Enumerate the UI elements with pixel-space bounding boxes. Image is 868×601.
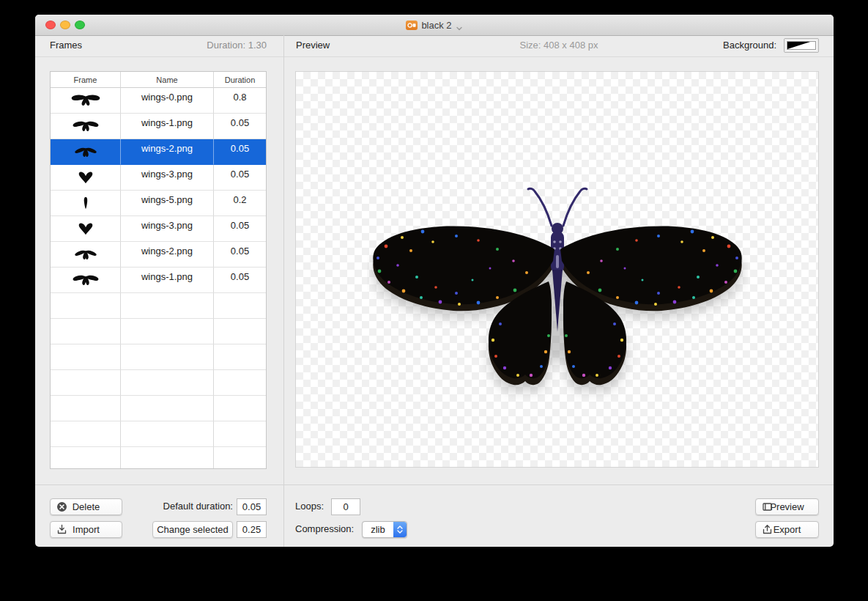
frame-name: wings-1.png bbox=[121, 268, 214, 293]
frame-name: wings-2.png bbox=[121, 139, 214, 165]
default-duration-input[interactable] bbox=[237, 498, 267, 515]
frame-thumbnail-cell bbox=[51, 165, 121, 191]
table-row[interactable]: wings-3.png 0.05 bbox=[51, 216, 266, 242]
butterfly-thumbnail-icon bbox=[68, 168, 103, 187]
stepper-chevrons-icon bbox=[393, 522, 407, 537]
frame-duration: 0.05 bbox=[214, 216, 266, 242]
butterfly-thumbnail-icon bbox=[68, 142, 103, 161]
panel-divider bbox=[283, 35, 284, 547]
preview-canvas bbox=[295, 71, 819, 468]
frame-duration: 0.05 bbox=[214, 242, 266, 268]
delete-label: Delete bbox=[73, 501, 100, 512]
footer-bar: Delete Import Default duration: Change s… bbox=[35, 484, 834, 547]
frame-thumbnail-cell bbox=[51, 114, 121, 139]
compression-value: zlib bbox=[363, 522, 393, 537]
desktop: { "window": { "title": "black 2" }, "fra… bbox=[0, 0, 868, 601]
butterfly-preview-image bbox=[367, 180, 748, 415]
butterfly-thumbnail-icon bbox=[68, 219, 103, 238]
frame-name: wings-3.png bbox=[121, 165, 214, 191]
export-button-label: Export bbox=[774, 524, 801, 535]
window-title: black 2 bbox=[421, 20, 451, 31]
delete-x-circle-icon bbox=[56, 501, 67, 512]
frames-table: Frame Name Duration wings-0.png 0.8 wing… bbox=[50, 71, 267, 469]
preview-button[interactable]: Preview bbox=[755, 498, 819, 515]
frame-duration: 0.05 bbox=[214, 139, 266, 165]
table-row[interactable]: wings-3.png 0.05 bbox=[51, 165, 266, 191]
butterfly-thumbnail-icon bbox=[68, 270, 103, 290]
total-duration-label: Duration: 1.30 bbox=[207, 40, 267, 51]
frame-thumbnail-cell bbox=[51, 268, 121, 293]
compression-select[interactable]: zlib bbox=[362, 521, 407, 538]
import-button[interactable]: Import bbox=[50, 521, 122, 538]
butterfly-thumbnail-icon bbox=[68, 245, 103, 264]
frame-duration: 0.2 bbox=[214, 191, 266, 216]
empty-table-row[interactable] bbox=[51, 447, 266, 469]
frame-thumbnail-cell bbox=[51, 242, 121, 268]
table-row[interactable]: wings-2.png 0.05 bbox=[51, 139, 266, 165]
background-swatch[interactable] bbox=[784, 38, 819, 53]
empty-table-row[interactable] bbox=[51, 396, 266, 421]
butterfly-thumbnail-icon bbox=[68, 117, 103, 136]
import-label: Import bbox=[73, 524, 100, 535]
frame-duration: 0.05 bbox=[214, 268, 266, 293]
change-selected-button[interactable]: Change selected bbox=[152, 521, 233, 538]
frames-title: Frames bbox=[50, 40, 82, 51]
empty-table-row[interactable] bbox=[51, 319, 266, 344]
empty-table-row[interactable] bbox=[51, 344, 266, 370]
import-icon bbox=[56, 524, 67, 535]
table-row[interactable]: wings-0.png 0.8 bbox=[51, 88, 266, 114]
frame-thumbnail-cell bbox=[51, 216, 121, 242]
header-bar: Frames Duration: 1.30 Preview Size: 408 … bbox=[35, 35, 834, 57]
frame-thumbnail-cell bbox=[51, 191, 121, 216]
frames-table-body: wings-0.png 0.8 wings-1.png 0.05 wings-2… bbox=[51, 88, 266, 469]
change-selected-input[interactable] bbox=[237, 521, 267, 538]
table-row[interactable]: wings-5.png 0.2 bbox=[51, 191, 266, 216]
chevron-down-icon[interactable] bbox=[456, 22, 463, 29]
title-group: black 2 bbox=[35, 15, 834, 35]
frame-duration: 0.05 bbox=[214, 165, 266, 191]
frame-name: wings-5.png bbox=[121, 191, 214, 216]
frame-name: wings-3.png bbox=[121, 216, 214, 242]
loops-label: Loops: bbox=[295, 501, 324, 512]
export-icon bbox=[762, 524, 773, 535]
frame-thumbnail-cell bbox=[51, 139, 121, 165]
default-duration-label: Default duration: bbox=[123, 501, 233, 512]
compression-label: Compression: bbox=[295, 523, 354, 534]
frame-duration: 0.05 bbox=[214, 114, 266, 139]
background-wedge-icon bbox=[787, 41, 816, 50]
column-header-frame: Frame bbox=[51, 72, 121, 88]
frame-duration: 0.8 bbox=[214, 88, 266, 114]
table-row[interactable]: wings-2.png 0.05 bbox=[51, 242, 266, 268]
document-icon bbox=[406, 21, 418, 30]
frame-name: wings-1.png bbox=[121, 114, 214, 139]
empty-table-row[interactable] bbox=[51, 421, 266, 447]
preview-header: Preview Size: 408 x 408 px Background: bbox=[284, 35, 834, 56]
preview-button-label: Preview bbox=[770, 501, 804, 512]
empty-table-row[interactable] bbox=[51, 293, 266, 319]
frame-name: wings-0.png bbox=[121, 88, 214, 114]
table-header-row: Frame Name Duration bbox=[51, 72, 266, 88]
delete-button[interactable]: Delete bbox=[50, 498, 122, 515]
frames-header: Frames Duration: 1.30 bbox=[35, 35, 283, 56]
preview-window-icon bbox=[762, 501, 773, 512]
column-header-duration: Duration bbox=[214, 72, 266, 88]
frame-thumbnail-cell bbox=[51, 88, 121, 114]
butterfly-thumbnail-icon bbox=[68, 91, 103, 110]
titlebar[interactable]: black 2 bbox=[35, 15, 834, 36]
frame-name: wings-2.png bbox=[121, 242, 214, 268]
butterfly-thumbnail-icon bbox=[68, 193, 103, 213]
change-selected-label: Change selected bbox=[157, 524, 229, 535]
loops-input[interactable] bbox=[331, 498, 360, 515]
app-window: black 2 Frames Duration: 1.30 Preview Si… bbox=[35, 15, 834, 547]
table-row[interactable]: wings-1.png 0.05 bbox=[51, 114, 266, 139]
empty-table-row[interactable] bbox=[51, 370, 266, 396]
column-header-name: Name bbox=[121, 72, 214, 88]
export-button[interactable]: Export bbox=[755, 521, 819, 538]
table-row[interactable]: wings-1.png 0.05 bbox=[51, 268, 266, 293]
background-label: Background: bbox=[723, 40, 776, 51]
